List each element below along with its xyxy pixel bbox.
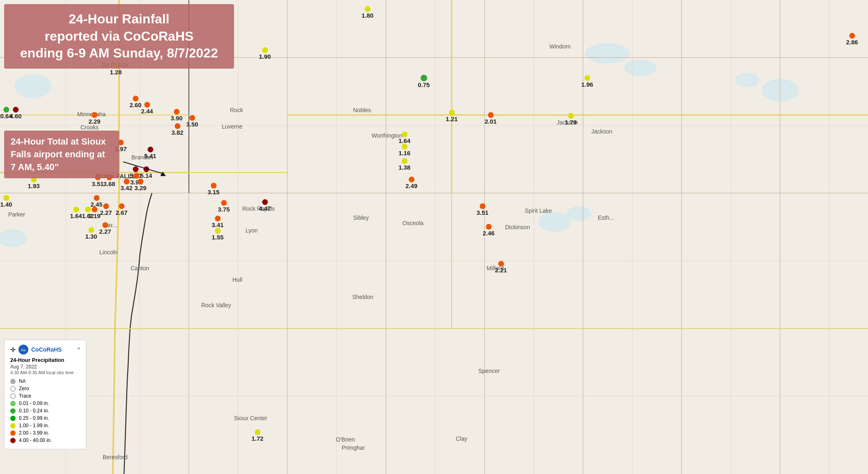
dot-dp16	[189, 115, 195, 121]
label-dp13: 2.01	[485, 118, 496, 124]
dot-dp46	[480, 203, 485, 209]
legend-dot	[10, 386, 16, 391]
label-dp2: 2.86	[846, 39, 858, 45]
data-point-dp2: 2.86	[846, 33, 858, 45]
dot-dp3	[262, 47, 268, 53]
data-point-dp40: 4.47	[259, 199, 271, 212]
data-point-dp39: 3.75	[218, 200, 230, 212]
label-rock: Rock	[230, 107, 243, 113]
data-point-dp21: 1.38	[398, 158, 410, 170]
legend-item: 0.01 - 0.09 in.	[10, 400, 80, 406]
dot-dp38	[211, 183, 216, 189]
label-rock-valley: Rock Valley	[201, 302, 231, 308]
dot-dp11	[174, 109, 179, 115]
data-point-dp16: 3.50	[186, 115, 198, 127]
dot-dp19	[402, 131, 407, 137]
label-dp28: 3.68	[103, 181, 115, 187]
label-dp15: 1.21	[445, 116, 457, 122]
move-icon: ✛	[10, 346, 16, 354]
data-point-dp48: 2.21	[495, 261, 507, 273]
legend-item: Zero	[10, 386, 80, 391]
svg-line-46	[123, 162, 164, 174]
svg-point-3	[624, 60, 657, 76]
label-dp16: 3.50	[186, 121, 198, 127]
data-point-dp45: 2.27	[99, 222, 111, 235]
label-sibley: Sibley	[353, 214, 369, 221]
data-point-dp43: 1.64	[70, 207, 82, 219]
dot-dp35	[119, 203, 124, 209]
label-dp1: 1.80	[361, 12, 373, 18]
title-line3: ending 6-9 AM Sunday, 8/7/2022	[20, 46, 218, 60]
label-nobles: Nobles	[353, 107, 371, 113]
data-point-dp8: 4.60	[9, 107, 21, 119]
data-point-dp11: 3.90	[170, 109, 182, 121]
data-point-dp15: 1.21	[445, 110, 457, 122]
dot-dp9	[133, 96, 138, 101]
data-point-dp30: 2.49	[405, 177, 417, 189]
dot-dp5	[420, 75, 427, 81]
dot-dp39	[221, 200, 227, 206]
data-point-dp9: 2.60	[129, 96, 141, 108]
dot-dp34	[103, 203, 109, 209]
label-crooks: Crooks	[80, 124, 99, 131]
label-dp47: 2.46	[482, 230, 494, 236]
legend-label: Zero	[19, 386, 29, 391]
label-dp22: 5.41	[144, 153, 156, 159]
label-dp30: 2.49	[405, 183, 417, 189]
data-point-dp3: 1.90	[259, 47, 271, 60]
label-lincoln: Lincoln	[99, 249, 117, 255]
annotation-box: 24-Hour Total at Sioux Falls airport end…	[4, 131, 119, 178]
legend-collapse-btn[interactable]: ^	[77, 346, 80, 353]
legend-dot	[10, 393, 16, 399]
dot-dp30	[409, 177, 414, 182]
dot-dp13	[488, 112, 494, 118]
dot-dp1	[365, 6, 370, 12]
label-dp26: 3.42	[120, 185, 132, 191]
label-dp34: 2.27	[100, 209, 112, 216]
svg-rect-0	[0, 0, 868, 474]
label-dp48: 2.21	[495, 267, 507, 273]
legend-label: 4.00 - 40.00 in.	[19, 437, 52, 443]
legend-title: 24-Hour Precipitation	[10, 357, 80, 363]
dot-dp40	[262, 199, 268, 205]
label-dp38: 3.15	[207, 189, 219, 195]
label-esther: Esth...	[598, 214, 614, 221]
legend-label: 0.01 - 0.09 in.	[19, 400, 49, 406]
label-dp40: 4.47	[259, 205, 271, 212]
legend-item: Trace	[10, 393, 80, 399]
label-dp49: 1.72	[251, 435, 263, 442]
data-point-dp6: 1.96	[581, 75, 593, 87]
legend-item: 0.25 - 0.99 in.	[10, 415, 80, 421]
legend-box: ✛ Co CoCoRaHS ^ 24-Hour Precipitation Au…	[4, 340, 86, 449]
annotation-text: 24-Hour Total at Sioux Falls airport end…	[11, 136, 106, 172]
label-primghar: Primghar	[342, 444, 365, 451]
label-dp37: 2.19	[88, 213, 100, 219]
label-worthington: Worthington	[372, 132, 402, 139]
label-obrien: O'Brien	[336, 436, 355, 443]
dot-dp6	[584, 75, 590, 81]
label-dp31: 1.93	[28, 183, 39, 189]
label-dp10: 2.44	[141, 108, 153, 114]
data-point-dp46: 3.51	[476, 203, 488, 216]
dot-dp41	[215, 216, 220, 221]
legend-items: NAZeroTrace0.01 - 0.09 in.0.10 - 0.24 in…	[10, 378, 80, 443]
data-point-dp37: 2.19	[88, 207, 100, 219]
data-point-dp41: 3.41	[211, 216, 223, 228]
label-dp41: 3.41	[211, 222, 223, 228]
label-lyon: Lyon	[246, 227, 258, 234]
cocorahs-logo: Co	[18, 344, 29, 355]
dot-dp10	[144, 102, 150, 108]
legend-label: 1.00 - 1.99 in.	[19, 423, 49, 428]
data-point-dp12: 2.29	[88, 112, 100, 124]
label-dp9: 2.60	[129, 102, 141, 108]
legend-dot	[10, 423, 16, 428]
legend-item: 0.10 - 0.24 in.	[10, 408, 80, 414]
legend-item: NA	[10, 378, 80, 384]
label-dp14: 1.79	[565, 119, 576, 125]
label-dp35: 2.67	[115, 209, 127, 216]
data-point-dp14: 1.79	[565, 113, 576, 125]
dot-dp48	[498, 261, 504, 267]
dot-dp43	[73, 207, 79, 212]
data-point-dp27: 3.29	[134, 179, 146, 191]
label-dp3: 1.90	[259, 53, 271, 60]
